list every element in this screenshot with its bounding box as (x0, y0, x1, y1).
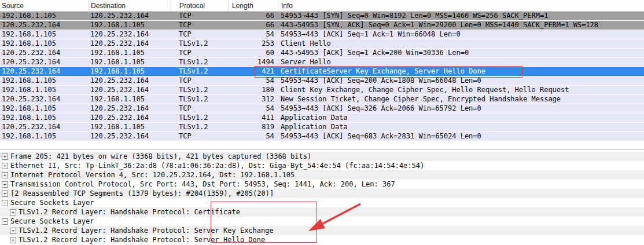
detail-tree-row[interactable]: +Frame 205: 421 bytes on wire (3368 bits… (0, 152, 644, 161)
packet-destination-cell: 192.168.1.105 (89, 67, 171, 76)
packet-info-cell: 443→54953 [ACK] Seq=1 Ack=200 Win=30336 … (278, 49, 644, 57)
detail-tree-row[interactable]: +TLSv1.2 Record Layer: Handshake Protoco… (0, 226, 644, 235)
column-header-source[interactable]: Source (0, 0, 89, 11)
packet-info-cell: 54953→443 [ACK] Seq=200 Ack=1808 Win=660… (278, 76, 644, 85)
packet-row[interactable]: 192.168.1.105120.25.232.164TCP6654953→44… (0, 12, 644, 21)
packet-list-header: Source Destination Protocol Length Info (0, 0, 644, 12)
collapse-icon[interactable]: − (2, 200, 8, 206)
packet-destination-cell: 192.168.1.105 (89, 21, 171, 30)
packet-row[interactable]: 120.25.232.164192.168.1.105TCP60443→5495… (0, 49, 644, 58)
packet-info-cell: CertificateServer Key Exchange, Server H… (278, 67, 644, 76)
packet-protocol-cell: TCP (171, 49, 228, 57)
detail-tree-label: Ethernet II, Src: Tp-LinkT_36:2a:d8 (78:… (8, 162, 424, 170)
packet-list-pane: Source Destination Protocol Length Info … (0, 0, 644, 141)
pane-splitter[interactable] (0, 149, 644, 150)
detail-tree-label: Internet Protocol Version 4, Src: 120.25… (8, 171, 295, 180)
detail-tree-label: Transmission Control Protocol, Src Port:… (8, 180, 395, 189)
packet-protocol-cell: TLSv1.2 (171, 123, 228, 131)
packet-protocol-cell: TLSv1.2 (171, 114, 228, 122)
packet-length-cell: 54 (228, 104, 278, 113)
packet-row[interactable]: 192.168.1.105120.25.232.164TCP5454953→44… (0, 30, 644, 39)
packet-source-cell: 192.168.1.105 (0, 132, 89, 141)
packet-protocol-cell: TCP (171, 12, 228, 20)
packet-list-rows: 192.168.1.105120.25.232.164TCP6654953→44… (0, 12, 644, 141)
column-header-info[interactable]: Info (278, 0, 644, 11)
column-header-destination[interactable]: Destination (89, 0, 171, 11)
packet-row-selected[interactable]: 120.25.232.164192.168.1.105TLSv1.2421Cer… (0, 67, 644, 76)
expand-icon[interactable]: + (2, 163, 8, 169)
column-header-length[interactable]: Length (228, 0, 278, 11)
detail-tree-row[interactable]: −Secure Sockets Layer (0, 217, 644, 226)
packet-info-cell: 443→54953 [SYN, ACK] Seq=0 Ack=1 Win=292… (278, 21, 644, 30)
packet-protocol-cell: TLSv1.2 (171, 95, 228, 104)
expand-icon[interactable]: + (2, 191, 8, 197)
packet-length-cell: 411 (228, 114, 278, 122)
detail-tree-row[interactable]: +Transmission Control Protocol, Src Port… (0, 180, 644, 189)
detail-tree-row[interactable]: +Internet Protocol Version 4, Src: 120.2… (0, 170, 644, 180)
packet-info-cell: Application Data (278, 114, 644, 122)
packet-length-cell: 60 (228, 49, 278, 57)
packet-length-cell: 54 (228, 30, 278, 39)
packet-row[interactable]: 192.168.1.105120.25.232.164TCP5454953→44… (0, 76, 644, 86)
packet-info-cell: Application Data (278, 123, 644, 131)
detail-tree-row[interactable]: +[2 Reassembled TCP Segments (1379 bytes… (0, 189, 644, 198)
packet-source-cell: 192.168.1.105 (0, 114, 89, 122)
detail-tree-label: Secure Sockets Layer (8, 199, 94, 207)
expand-icon[interactable]: + (10, 228, 16, 234)
packet-info-cell: Client Key Exchange, Change Cipher Spec,… (278, 86, 644, 94)
packet-row[interactable]: 120.25.232.164192.168.1.105TCP66443→5495… (0, 21, 644, 30)
packet-length-cell: 54 (228, 76, 278, 85)
packet-info-cell: 54953→443 [ACK] Seq=326 Ack=2066 Win=657… (278, 104, 644, 113)
packet-source-cell: 192.168.1.105 (0, 86, 89, 94)
packet-length-cell: 819 (228, 123, 278, 131)
packet-source-cell: 120.25.232.164 (0, 49, 89, 57)
packet-destination-cell: 120.25.232.164 (89, 39, 171, 48)
packet-destination-cell: 192.168.1.105 (89, 123, 171, 131)
detail-tree-row[interactable]: +TLSv1.2 Record Layer: Handshake Protoco… (0, 235, 644, 244)
packet-destination-cell: 120.25.232.164 (89, 86, 171, 94)
packet-row[interactable]: 192.168.1.105120.25.232.164TLSv1.2253Cli… (0, 39, 644, 49)
column-header-protocol[interactable]: Protocol (171, 0, 228, 11)
packet-protocol-cell: TLSv1.2 (171, 67, 228, 76)
packet-destination-cell: 120.25.232.164 (89, 132, 171, 141)
wireshark-window: Source Destination Protocol Length Info … (0, 0, 644, 245)
packet-length-cell: 66 (228, 21, 278, 30)
packet-length-cell: 180 (228, 86, 278, 94)
detail-tree-row[interactable]: −Secure Sockets Layer (0, 198, 644, 207)
packet-info-cell: 54953→443 [ACK] Seq=683 Ack=2831 Win=650… (278, 132, 644, 141)
detail-tree-label: [2 Reassembled TCP Segments (1379 bytes)… (8, 189, 274, 198)
detail-tree-row[interactable]: +Ethernet II, Src: Tp-LinkT_36:2a:d8 (78… (0, 161, 644, 170)
detail-tree-row[interactable]: +TLSv1.2 Record Layer: Handshake Protoco… (0, 207, 644, 217)
packet-detail-pane: +Frame 205: 421 bytes on wire (3368 bits… (0, 151, 644, 245)
collapse-icon[interactable]: − (2, 218, 8, 225)
packet-protocol-cell: TLSv1.2 (171, 86, 228, 94)
packet-source-cell: 192.168.1.105 (0, 30, 89, 39)
packet-row[interactable]: 192.168.1.105120.25.232.164TLSv1.2180Cli… (0, 86, 644, 95)
packet-row[interactable]: 192.168.1.105120.25.232.164TCP5454953→44… (0, 104, 644, 114)
packet-row[interactable]: 120.25.232.164192.168.1.105TLSv1.2819App… (0, 123, 644, 132)
packet-source-cell: 192.168.1.105 (0, 12, 89, 20)
expand-icon[interactable]: + (2, 181, 8, 188)
packet-row[interactable]: 192.168.1.105120.25.232.164TLSv1.2411App… (0, 114, 644, 123)
packet-row[interactable]: 192.168.1.105120.25.232.164TCP5454953→44… (0, 132, 644, 141)
pane-gap (0, 141, 644, 149)
packet-source-cell: 192.168.1.105 (0, 76, 89, 85)
packet-length-cell: 421 (228, 67, 278, 76)
expand-icon[interactable]: + (2, 172, 8, 178)
packet-destination-cell: 120.25.232.164 (89, 114, 171, 122)
expand-icon[interactable]: + (10, 237, 16, 243)
packet-protocol-cell: TLSv1.2 (171, 39, 228, 48)
detail-tree-label: TLSv1.2 Record Layer: Handshake Protocol… (16, 226, 274, 235)
expand-icon[interactable]: + (10, 209, 16, 215)
packet-row[interactable]: 120.25.232.164192.168.1.105TLSv1.2312New… (0, 95, 644, 104)
packet-length-cell: 1494 (228, 58, 278, 67)
packet-destination-cell: 192.168.1.105 (89, 95, 171, 104)
packet-protocol-cell: TCP (171, 21, 228, 30)
packet-protocol-cell: TCP (171, 132, 228, 141)
expand-icon[interactable]: + (2, 153, 8, 160)
packet-length-cell: 312 (228, 95, 278, 104)
packet-source-cell: 120.25.232.164 (0, 123, 89, 131)
packet-row[interactable]: 120.25.232.164192.168.1.105TLSv1.21494Se… (0, 58, 644, 67)
packet-length-cell: 253 (228, 39, 278, 48)
packet-destination-cell: 120.25.232.164 (89, 12, 171, 20)
